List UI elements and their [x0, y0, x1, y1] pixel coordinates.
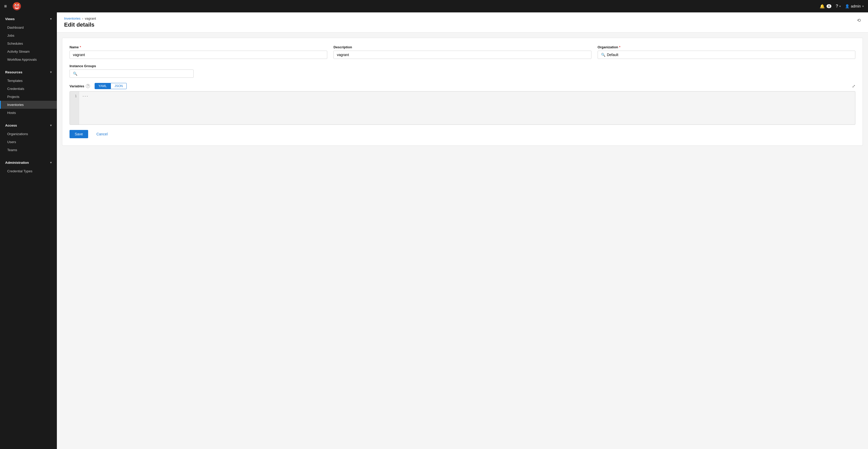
top-navigation: ≡ 🔔 0 ? ▾ 👤 admin: [0, 0, 868, 12]
description-group: Description: [334, 45, 591, 59]
sidebar-section-administration-header[interactable]: Administration ▾: [0, 158, 57, 167]
page-title: Edit details: [64, 22, 96, 28]
cancel-button[interactable]: Cancel: [91, 130, 113, 138]
bell-icon: 🔔: [820, 4, 825, 9]
variables-help-icon[interactable]: ?: [86, 84, 90, 88]
description-input[interactable]: [334, 51, 591, 59]
expand-icon[interactable]: ⤢: [852, 84, 855, 89]
variables-header: Variables ? YAML JSON ⤢: [69, 83, 855, 89]
form-row-1: Name * Description Organization * 🔍: [69, 45, 855, 59]
breadcrumb: Inventories › vagrant: [64, 17, 96, 21]
name-input[interactable]: [69, 51, 327, 59]
instance-groups-group: Instance Groups 🔍: [69, 64, 194, 78]
variables-label-wrap: Variables ? YAML JSON: [69, 83, 127, 89]
breadcrumb-inventories-link[interactable]: Inventories: [64, 17, 81, 21]
nav-actions: 🔔 0 ? ▾ 👤 admin ▾: [820, 4, 864, 9]
sidebar-item-schedules[interactable]: Schedules: [0, 39, 57, 47]
breadcrumb-separator: ›: [82, 17, 83, 21]
form-row-2: Instance Groups 🔍: [69, 64, 855, 78]
app-logo: [12, 2, 22, 11]
notifications[interactable]: 🔔 0: [820, 4, 832, 9]
svg-rect-9: [18, 8, 19, 8]
variables-editor[interactable]: 1 ---: [69, 91, 855, 125]
yaml-toggle-button[interactable]: YAML: [95, 83, 111, 89]
instance-groups-label: Instance Groups: [69, 64, 194, 68]
save-button[interactable]: Save: [69, 130, 88, 138]
sidebar-section-resources-header[interactable]: Resources ▾: [0, 68, 57, 77]
sidebar-item-projects[interactable]: Projects: [0, 93, 57, 101]
svg-rect-7: [16, 8, 17, 9]
sidebar-item-jobs[interactable]: Jobs: [0, 32, 57, 39]
administration-label: Administration: [5, 161, 29, 165]
help-icon: ?: [836, 4, 838, 8]
access-label: Access: [5, 124, 17, 127]
svg-rect-8: [17, 8, 18, 9]
user-chevron-icon: ▾: [862, 5, 864, 8]
line-numbers: 1: [70, 92, 79, 125]
svg-point-11: [18, 3, 20, 4]
username-label: admin: [851, 4, 861, 8]
user-icon: 👤: [845, 4, 849, 8]
instance-groups-input[interactable]: [79, 70, 190, 77]
sidebar-item-inventories[interactable]: Inventories: [0, 101, 57, 109]
name-required-indicator: *: [80, 45, 81, 49]
help-menu[interactable]: ? ▾: [836, 4, 841, 8]
sidebar-item-teams[interactable]: Teams: [0, 146, 57, 154]
organization-search-icon: 🔍: [601, 53, 606, 57]
sidebar-item-dashboard[interactable]: Dashboard: [0, 24, 57, 32]
instance-groups-input-wrap[interactable]: 🔍: [69, 69, 194, 78]
resources-chevron-icon: ▾: [50, 70, 52, 74]
resources-label: Resources: [5, 70, 22, 74]
help-chevron-icon: ▾: [839, 5, 841, 8]
organization-required-indicator: *: [619, 45, 620, 49]
description-label: Description: [334, 45, 591, 49]
variables-toggle-group: YAML JSON: [95, 83, 127, 89]
sidebar-item-templates[interactable]: Templates: [0, 77, 57, 85]
sidebar-section-administration: Administration ▾ Credential Types: [0, 156, 57, 177]
sidebar-item-credentials[interactable]: Credentials: [0, 85, 57, 93]
sidebar-section-resources: Resources ▾ Templates Credentials Projec…: [0, 66, 57, 119]
sidebar-item-credential-types[interactable]: Credential Types: [0, 167, 57, 175]
svg-point-10: [14, 3, 15, 4]
organization-group: Organization * 🔍: [598, 45, 855, 59]
organization-input[interactable]: [607, 51, 852, 59]
organization-input-wrap[interactable]: 🔍: [598, 51, 855, 59]
variables-label: Variables: [69, 84, 84, 88]
variables-row: Variables ? YAML JSON ⤢ 1 ---: [69, 83, 855, 125]
svg-point-5: [18, 5, 18, 6]
svg-rect-6: [15, 8, 16, 8]
page-header: Inventories › vagrant Edit details ⟲: [57, 12, 868, 33]
organization-label: Organization *: [598, 45, 855, 49]
sidebar-section-views: Views ▾ Dashboard Jobs Schedules Activit…: [0, 12, 57, 66]
sidebar-section-views-header[interactable]: Views ▾: [0, 14, 57, 24]
hamburger-menu[interactable]: ≡: [4, 4, 7, 9]
access-chevron-icon: ▾: [50, 124, 52, 127]
name-label: Name *: [69, 45, 327, 49]
instance-groups-search-icon: 🔍: [73, 71, 77, 76]
json-toggle-button[interactable]: JSON: [111, 83, 127, 89]
sidebar-item-workflow-approvals[interactable]: Workflow Approvals: [0, 56, 57, 64]
sidebar-item-hosts[interactable]: Hosts: [0, 109, 57, 117]
sidebar-item-organizations[interactable]: Organizations: [0, 130, 57, 138]
main-content: Inventories › vagrant Edit details ⟲ Nam…: [57, 12, 868, 449]
views-chevron-icon: ▾: [50, 17, 52, 21]
form-actions: Save Cancel: [69, 130, 855, 138]
history-icon[interactable]: ⟲: [857, 18, 861, 23]
edit-details-form: Name * Description Organization * 🔍: [62, 38, 863, 146]
notification-badge: 0: [826, 4, 832, 8]
sidebar-item-activity-stream[interactable]: Activity Stream: [0, 47, 57, 56]
sidebar-section-access-header[interactable]: Access ▾: [0, 121, 57, 130]
administration-chevron-icon: ▾: [50, 161, 52, 164]
code-content[interactable]: ---: [79, 92, 855, 125]
user-menu[interactable]: 👤 admin ▾: [845, 4, 864, 8]
sidebar-section-access: Access ▾ Organizations Users Teams: [0, 119, 57, 156]
views-label: Views: [5, 17, 15, 21]
sidebar-item-users[interactable]: Users: [0, 138, 57, 146]
svg-point-4: [15, 5, 16, 6]
sidebar: Views ▾ Dashboard Jobs Schedules Activit…: [0, 12, 57, 449]
name-group: Name *: [69, 45, 327, 59]
breadcrumb-current: vagrant: [85, 17, 96, 21]
